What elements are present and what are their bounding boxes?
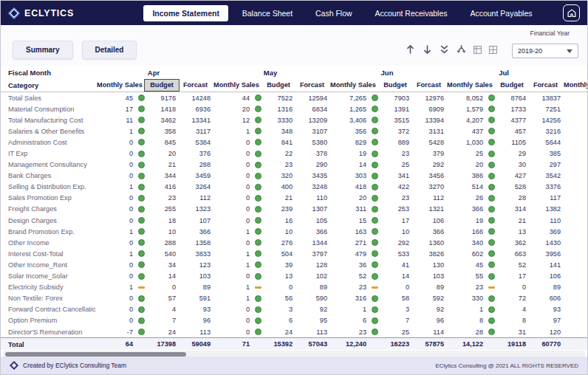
horizontal-scrollbar-thumb[interactable]	[5, 352, 186, 357]
matrix-mini-icon-2[interactable]	[489, 46, 497, 54]
monthly-sales-value: 0	[246, 205, 250, 213]
table-row[interactable]: Administration Cost084553840841538082988…	[1, 137, 587, 148]
table-row[interactable]: Electricity Subsidy108910892308923089	[1, 282, 587, 293]
kpi-green-circle-icon	[255, 317, 261, 324]
column-header-apr-monthly-sales[interactable]: Monthly Sales	[95, 80, 145, 91]
expand-all-fork-arrow-icon[interactable]	[457, 44, 466, 55]
month-header-jun[interactable]: Jun	[329, 69, 445, 77]
month-header-apr[interactable]: Apr	[95, 69, 212, 77]
column-header-jul-forcast[interactable]: Forcast	[529, 80, 562, 91]
month-header-may[interactable]: May	[212, 69, 329, 77]
column-header-may-budget[interactable]: Budget	[261, 80, 295, 91]
table-row[interactable]: Other Income0288135802761344271292136034…	[1, 237, 587, 248]
tab-account-payables[interactable]: Account Payables	[461, 5, 541, 21]
forcast-cell: 376	[179, 150, 212, 157]
monthly-sales-cell: 14	[329, 161, 378, 168]
tab-balance-sheet[interactable]: Balance Sheet	[233, 5, 301, 21]
kpi-green-circle-icon	[138, 94, 145, 101]
forcast-cell: 3797	[295, 250, 329, 258]
table-row[interactable]: Salaries & Other Benefits135831171348310…	[1, 125, 587, 137]
table-row[interactable]: Director'S Remuneration-7241130241132325…	[1, 326, 587, 337]
forcast-cell: 3459	[179, 172, 212, 179]
forcast-cell: 3216	[529, 128, 562, 135]
table-row[interactable]: Forward Contract Cancellation04930392139…	[1, 304, 587, 315]
budget-cell: 1105	[495, 139, 529, 146]
column-header-apr-budget[interactable]: Budget	[145, 80, 179, 91]
kpi-green-circle-icon	[138, 117, 145, 123]
monthly-sales-cell: 1,030	[445, 139, 495, 146]
kpi-green-circle-icon	[372, 273, 378, 280]
budget-cell: 31	[495, 328, 529, 336]
kpi-green-circle-icon	[255, 206, 261, 213]
tab-account-receivables[interactable]: Account Receivables	[366, 5, 456, 21]
table-row[interactable]: IT Exp02037602237819233792529385	[1, 148, 587, 159]
forcast-cell: 288	[179, 161, 212, 168]
table-row[interactable]: Design Charges01810701610515171061921110	[1, 215, 587, 226]
kpi-green-circle-icon	[255, 273, 261, 280]
monthly-sales-value: 52	[359, 272, 366, 280]
table-row[interactable]: Sales Promotion Exp023112021110202311226…	[1, 193, 587, 204]
tab-income-statement[interactable]: Income Statement	[143, 5, 228, 21]
kpi-green-circle-icon	[138, 228, 145, 235]
table-row[interactable]: Non Textile: Forex0575911565903165859233…	[1, 293, 587, 304]
financial-year-dropdown[interactable]: 2019-20	[512, 44, 578, 58]
column-header-apr-forcast[interactable]: Forcast	[179, 80, 212, 91]
kpi-green-circle-icon	[372, 128, 378, 134]
column-header-jun-budget[interactable]: Budget	[378, 80, 412, 91]
kpi-green-circle-icon	[488, 106, 495, 112]
table-row[interactable]: Material Consumption17141869362013166834…	[1, 103, 587, 114]
column-header-jul-monthly-sales[interactable]: Monthly Sales	[445, 80, 495, 91]
summary-button[interactable]: Summary	[13, 41, 73, 59]
column-header-may-monthly-sales[interactable]: Monthly Sales	[212, 80, 261, 91]
monthly-sales-cell: 602	[445, 250, 495, 258]
monthly-sales-cell: 166	[445, 228, 495, 235]
home-button[interactable]	[563, 4, 580, 21]
forcast-cell: 7251	[529, 106, 562, 113]
column-header-jun-monthly-sales[interactable]: Monthly Sales	[329, 80, 378, 91]
table-row[interactable]: Total Sales45917614248447522125947,26579…	[1, 92, 587, 103]
table-row[interactable]: Management Consultancy021288023290142529…	[1, 159, 587, 171]
monthly-sales-value: 7,265	[349, 94, 366, 102]
table-row[interactable]: Solar Income_Solar0141030131025214103551…	[1, 271, 587, 282]
table-row[interactable]: Freight Charges0255132302391307311253132…	[1, 204, 587, 215]
horizontal-scrollbar-track[interactable]	[3, 351, 585, 357]
budget-cell: 34	[145, 261, 179, 269]
budget-cell: 253	[378, 205, 412, 213]
row-category-label: Freight Charges	[1, 205, 95, 213]
forcast-cell: 13341	[179, 117, 212, 124]
table-row[interactable]: Option Premium0796069567968897	[1, 315, 587, 326]
column-header-jul-budget[interactable]: Budget	[495, 80, 529, 91]
month-header-jul[interactable]: Jul	[445, 69, 562, 77]
detailed-button[interactable]: Detailed	[82, 41, 137, 59]
table-row[interactable]: Other Income_Rent03412313912836411304552…	[1, 259, 587, 270]
kpi-green-circle-icon	[372, 217, 378, 224]
kpi-orange-dash-icon	[138, 286, 145, 289]
kpi-green-circle-icon	[255, 228, 261, 235]
monthly-sales-cell: 1	[329, 306, 378, 313]
row-category-label: Salaries & Other Benefits	[1, 128, 95, 135]
column-header-jun-forcast[interactable]: Forcast	[412, 80, 445, 91]
monthly-sales-value: 303	[355, 172, 366, 179]
drill-up-arrow-icon[interactable]	[406, 44, 415, 55]
table-row[interactable]: Interest Cost-Total154038331504379747953…	[1, 248, 587, 259]
row-category-label: Forward Contract Cancellation	[1, 306, 95, 313]
monthly-sales-cell: 386	[445, 172, 495, 179]
table-row[interactable]: Total Manufacturing Cost1134621334112333…	[1, 114, 587, 125]
table-row[interactable]: Brand Promotion Exp.11036611036616310366…	[1, 226, 587, 237]
tab-cash-flow[interactable]: Cash Flow	[307, 5, 361, 21]
monthly-sales-value: 26	[476, 194, 483, 202]
table-row[interactable]: Selling & Distribution Exp.1416326404003…	[1, 182, 587, 193]
table-row[interactable]: Bank Charges0344345903203435303341345638…	[1, 171, 587, 182]
go-to-next-level-double-arrow-icon[interactable]	[440, 44, 449, 55]
monthly-sales-value: 23	[359, 328, 366, 336]
kpi-green-circle-icon	[138, 162, 145, 168]
budget-cell: 72	[495, 295, 529, 302]
matrix-mini-icon-1[interactable]	[474, 46, 482, 54]
column-header-may-forcast[interactable]: Forcast	[295, 80, 329, 91]
forcast-cell: 110	[529, 217, 562, 224]
drill-down-arrow-icon[interactable]	[423, 44, 432, 55]
kpi-green-circle-icon	[372, 228, 378, 235]
budget-cell: 23	[145, 194, 179, 202]
budget-cell: 24	[145, 328, 179, 336]
monthly-sales-cell: 0	[212, 139, 261, 146]
